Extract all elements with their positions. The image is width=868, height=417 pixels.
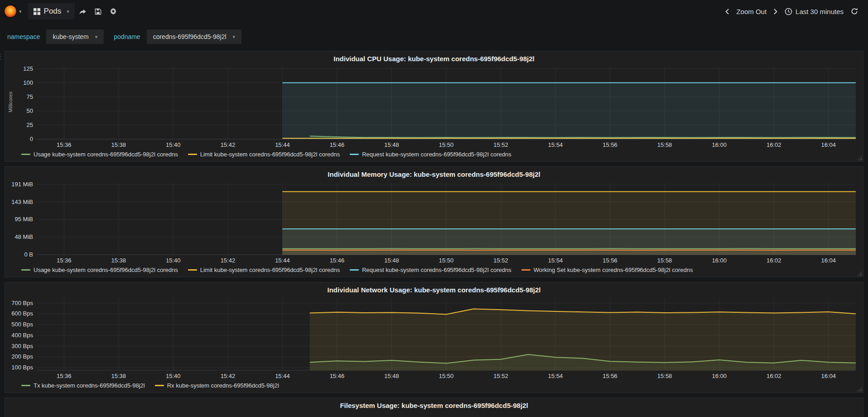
variable-podname: podname coredns-695f96dcd5-98j2l ▾ [114, 29, 241, 44]
svg-text:0: 0 [30, 136, 33, 142]
share-icon [79, 8, 87, 15]
svg-text:15:50: 15:50 [439, 373, 454, 379]
svg-text:300 Bps: 300 Bps [11, 343, 33, 349]
legend-series-color [21, 385, 30, 386]
grafana-logo-icon [4, 5, 17, 18]
legend-series-label: Limit kube-system coredns-695f96dcd5-98j… [200, 267, 340, 273]
svg-text:50: 50 [27, 107, 33, 114]
time-shift-forward-button[interactable] [770, 6, 781, 17]
legend-series-color [350, 269, 359, 271]
svg-text:48 MiB: 48 MiB [15, 233, 33, 240]
time-shift-back-button[interactable] [722, 6, 733, 17]
svg-text:15:42: 15:42 [221, 373, 236, 379]
legend-item[interactable]: Request kube-system coredns-695f96dcd5-9… [350, 151, 511, 158]
svg-text:0 B: 0 B [24, 251, 33, 258]
dashboard-picker[interactable]: Pods ▾ [28, 3, 75, 19]
legend-item[interactable]: Limit kube-system coredns-695f96dcd5-98j… [188, 151, 340, 158]
network-legend: Tx kube-system coredns-695f96dcd5-98j2lR… [5, 381, 863, 393]
svg-text:15:36: 15:36 [57, 141, 72, 148]
variable-select-namespace[interactable]: kube-system ▾ [46, 29, 104, 44]
svg-text:600 Bps: 600 Bps [11, 310, 33, 317]
filesystem-usage-chart[interactable] [7, 411, 861, 417]
svg-text:191 MiB: 191 MiB [11, 181, 33, 188]
svg-text:16:02: 16:02 [767, 257, 781, 264]
svg-text:15:36: 15:36 [57, 373, 72, 379]
grafana-main-menu[interactable]: ▾ [4, 5, 22, 18]
svg-text:15:44: 15:44 [275, 141, 290, 148]
svg-text:15:48: 15:48 [384, 141, 399, 148]
svg-text:15:38: 15:38 [111, 141, 126, 148]
memory-legend: Usage kube-system coredns-695f96dcd5-98j… [5, 266, 863, 277]
legend-series-color [155, 385, 164, 386]
share-button[interactable] [75, 5, 91, 18]
legend-series-label: Working Set kube-system coredns-695f96dc… [534, 267, 693, 273]
svg-text:15:54: 15:54 [548, 373, 563, 379]
legend-series-color [21, 154, 30, 155]
legend-series-label: Request kube-system coredns-695f96dcd5-9… [362, 151, 511, 158]
caret-down-icon: ▾ [67, 9, 69, 15]
svg-text:15:44: 15:44 [275, 373, 290, 379]
variable-label-podname: podname [114, 33, 140, 40]
svg-text:15:38: 15:38 [111, 257, 126, 264]
settings-button[interactable] [106, 5, 121, 18]
legend-series-label: Request kube-system coredns-695f96dcd5-9… [362, 267, 511, 273]
caret-down-icon: ▾ [95, 34, 98, 40]
zoom-out-button[interactable]: Zoom Out [733, 5, 770, 18]
svg-text:125: 125 [23, 65, 33, 72]
svg-text:16:02: 16:02 [767, 373, 781, 379]
legend-series-color [521, 269, 530, 271]
panel-filesystem: Filesystem Usage: kube-system coredns-69… [5, 398, 863, 417]
legend-item[interactable]: Limit kube-system coredns-695f96dcd5-98j… [188, 267, 340, 273]
svg-text:200 Bps: 200 Bps [11, 353, 33, 360]
chevron-right-icon [774, 9, 777, 15]
variable-select-podname[interactable]: coredns-695f96dcd5-98j2l ▾ [147, 29, 241, 44]
legend-item[interactable]: Usage kube-system coredns-695f96dcd5-98j… [21, 267, 178, 273]
save-button[interactable] [91, 5, 106, 18]
save-icon [95, 8, 101, 15]
settings-gear-icon [110, 8, 117, 15]
dashboard-body: ⋮⋮ Individual CPU Usage: kube-system cor… [0, 51, 868, 417]
dashboard-grid-icon [34, 8, 40, 15]
memory-usage-chart[interactable]: 0 B48 MiB95 MiB143 MiB191 MiB15:3615:381… [7, 179, 861, 266]
svg-text:16:04: 16:04 [821, 141, 836, 148]
svg-text:15:42: 15:42 [221, 257, 236, 264]
navbar: ▾ Pods ▾ [0, 0, 868, 23]
svg-text:15:48: 15:48 [384, 257, 399, 264]
svg-text:100 Bps: 100 Bps [11, 364, 33, 371]
cpu-legend: Usage kube-system coredns-695f96dcd5-98j… [5, 150, 863, 161]
legend-item[interactable]: Rx kube-system coredns-695f96dcd5-98j2l [155, 382, 279, 389]
svg-text:15:58: 15:58 [657, 141, 672, 148]
svg-text:15:46: 15:46 [330, 373, 345, 379]
svg-text:400 Bps: 400 Bps [11, 332, 33, 339]
caret-down-icon: ▾ [19, 9, 22, 15]
legend-item[interactable]: Usage kube-system coredns-695f96dcd5-98j… [21, 151, 178, 158]
panel-title[interactable]: Filesystem Usage: kube-system coredns-69… [5, 398, 863, 411]
legend-series-label: Tx kube-system coredns-695f96dcd5-98j2l [34, 382, 145, 389]
svg-text:15:46: 15:46 [330, 257, 345, 264]
legend-item[interactable]: Tx kube-system coredns-695f96dcd5-98j2l [21, 382, 145, 389]
legend-item[interactable]: Request kube-system coredns-695f96dcd5-9… [350, 267, 511, 273]
svg-text:15:50: 15:50 [439, 141, 454, 148]
svg-text:15:40: 15:40 [166, 141, 181, 148]
svg-text:15:38: 15:38 [111, 373, 126, 379]
panel-title[interactable]: Individual Memory Usage: kube-system cor… [5, 167, 863, 179]
svg-text:95 MiB: 95 MiB [15, 216, 33, 223]
time-range-button[interactable]: Last 30 minutes [781, 5, 847, 18]
panel-title[interactable]: Individual CPU Usage: kube-system coredn… [5, 51, 863, 64]
cpu-usage-chart[interactable]: 025507510012515:3615:3815:4015:4215:4415… [7, 64, 861, 150]
panel-network: Individual Network Usage: kube-system co… [5, 282, 863, 393]
svg-text:15:40: 15:40 [166, 257, 181, 264]
panel-title[interactable]: Individual Network Usage: kube-system co… [5, 282, 863, 295]
legend-series-color [21, 269, 30, 271]
svg-text:15:54: 15:54 [548, 141, 563, 148]
svg-text:700 Bps: 700 Bps [11, 300, 33, 306]
refresh-button[interactable] [847, 5, 862, 18]
legend-item[interactable]: Working Set kube-system coredns-695f96dc… [521, 267, 693, 273]
clock-icon [785, 8, 792, 15]
svg-text:15:52: 15:52 [493, 257, 508, 264]
svg-text:15:40: 15:40 [166, 373, 181, 379]
svg-text:15:56: 15:56 [603, 141, 617, 148]
svg-text:15:58: 15:58 [657, 373, 672, 379]
network-usage-chart[interactable]: 100 Bps200 Bps300 Bps400 Bps500 Bps600 B… [7, 295, 861, 381]
caret-down-icon: ▾ [233, 34, 236, 40]
